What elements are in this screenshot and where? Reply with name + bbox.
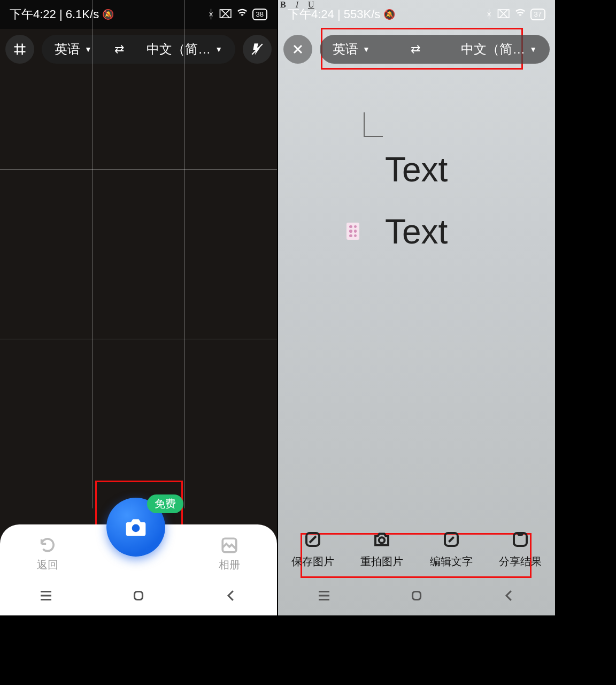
nav-back-button[interactable] (501, 588, 517, 606)
chevron-down-icon: ▼ (84, 45, 92, 54)
source-language[interactable]: 英语 ▼ (55, 41, 92, 58)
gallery-button[interactable]: 相册 (195, 536, 264, 572)
battery-icon: 38 (252, 9, 267, 20)
edit-text-button[interactable]: 编辑文字 (430, 529, 473, 569)
battery-icon: 37 (530, 9, 545, 20)
grid-toggle-button[interactable] (5, 35, 34, 64)
target-language[interactable]: 中文（简… ▼ (147, 41, 222, 58)
language-selector[interactable]: 英语 ▼ ⇄ 中文（简… ▼ (42, 35, 235, 64)
shutter-area: 免费 (106, 498, 171, 562)
status-time-text: 下午4:22 | 6.1K/s (10, 6, 99, 22)
retake-image-button[interactable]: 重拍图片 (360, 529, 403, 569)
nav-back-button[interactable] (223, 588, 239, 606)
status-time: 下午4:22 | 6.1K/s 🔕 (10, 6, 114, 22)
drag-handle-icon[interactable] (346, 223, 359, 240)
share-result-button[interactable]: 分享结果 (499, 529, 542, 569)
bluetooth-icon: ᚼ (207, 7, 214, 21)
chevron-down-icon: ▼ (363, 45, 370, 54)
back-button[interactable]: 返回 (13, 536, 82, 572)
target-language-label: 中文（简… (461, 41, 525, 58)
result-top-bar: 英语 ▼ ⇄ 中文（简… ▼ (278, 33, 555, 65)
camera-icon (372, 530, 391, 549)
flash-toggle-button[interactable] (243, 35, 272, 64)
save-icon (303, 530, 322, 549)
captured-text-2: Text (385, 212, 448, 252)
nav-recent-button[interactable] (316, 588, 332, 606)
captured-text-1: Text (385, 150, 448, 189)
back-label: 返回 (37, 558, 58, 572)
chevron-down-icon: ▼ (529, 45, 537, 54)
share-icon (511, 530, 530, 549)
status-bar: 下午4:24 | 553K/s 🔕 ᚼ ⌧ 37 (278, 0, 555, 29)
mute-icon: 🔕 (102, 9, 114, 20)
target-language-label: 中文（简… (147, 41, 211, 58)
nav-recent-button[interactable] (38, 588, 54, 606)
svg-point-2 (132, 524, 140, 532)
cursor-box (364, 112, 383, 137)
mute-icon: 🔕 (383, 9, 395, 20)
gallery-label: 相册 (219, 558, 240, 572)
svg-rect-8 (412, 592, 420, 600)
swap-languages-button[interactable]: ⇄ (411, 42, 420, 56)
source-language-label: 英语 (55, 41, 80, 58)
retake-label: 重拍图片 (360, 554, 403, 569)
svg-point-5 (379, 537, 385, 543)
edit-icon (442, 530, 461, 549)
screenshot-result: BIU 下午4:24 | 553K/s 🔕 ᚼ ⌧ 37 英语 ▼ ⇄ (278, 0, 555, 615)
nav-home-button[interactable] (130, 588, 147, 606)
free-badge: 免费 (147, 494, 183, 513)
status-icons: ᚼ ⌧ 38 (207, 7, 267, 22)
target-language[interactable]: 中文（简… ▼ (461, 41, 537, 58)
status-icons: ᚼ ⌧ 37 (486, 7, 545, 22)
system-navbar (278, 578, 555, 615)
system-navbar (0, 578, 277, 615)
language-selector[interactable]: 英语 ▼ ⇄ 中文（简… ▼ (320, 35, 550, 64)
nav-home-button[interactable] (409, 588, 425, 606)
chevron-down-icon: ▼ (215, 45, 222, 54)
status-time: 下午4:24 | 553K/s 🔕 (288, 6, 395, 22)
status-time-text: 下午4:24 | 553K/s (288, 6, 380, 22)
source-language-label: 英语 (333, 41, 358, 58)
close-button[interactable] (283, 35, 312, 64)
edit-label: 编辑文字 (430, 554, 473, 569)
save-image-button[interactable]: 保存图片 (291, 529, 334, 569)
result-actions: 保存图片 重拍图片 编辑文字 分享结果 (278, 519, 555, 578)
share-label: 分享结果 (499, 554, 542, 569)
screenshot-camera: 下午4:22 | 6.1K/s 🔕 ᚼ ⌧ 38 英语 ▼ ⇄ 中文（简… ▼ (0, 0, 277, 615)
wifi-icon (236, 7, 248, 22)
bluetooth-icon: ᚼ (486, 7, 492, 21)
source-language[interactable]: 英语 ▼ (333, 41, 370, 58)
camera-grid-overlay (0, 0, 277, 508)
cast-icon: ⌧ (497, 7, 510, 21)
cast-icon: ⌧ (219, 7, 232, 21)
camera-top-bar: 英语 ▼ ⇄ 中文（简… ▼ (0, 33, 277, 65)
camera-icon (124, 515, 148, 539)
status-bar: 下午4:22 | 6.1K/s 🔕 ᚼ ⌧ 38 (0, 0, 277, 29)
save-label: 保存图片 (291, 554, 334, 569)
swap-languages-button[interactable]: ⇄ (114, 42, 124, 56)
svg-rect-3 (134, 592, 142, 600)
wifi-icon (514, 7, 526, 22)
